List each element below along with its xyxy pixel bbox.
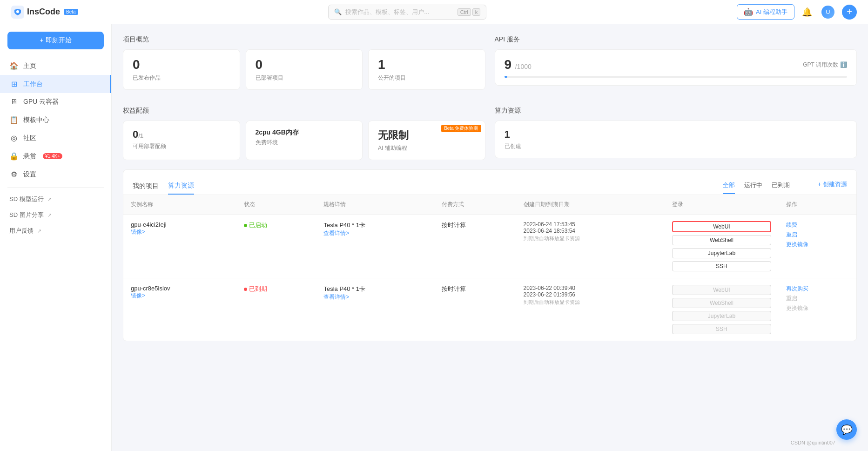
renew-link-row1[interactable]: 续费 [786, 221, 849, 229]
row1-image-link[interactable]: 镜像> [131, 229, 145, 235]
api-progress-bar [505, 76, 508, 78]
compute-title: 算力资源 [495, 107, 857, 115]
external-link-icon: ↗ [47, 196, 52, 202]
row1-payment-cell: 按时计算 [434, 215, 516, 278]
feedback-label: 用户反馈 [9, 227, 34, 235]
workspace-icon: ⊞ [9, 80, 19, 88]
row2-spec-cell: Tesla P40 * 1卡 查看详情> [316, 278, 434, 341]
chat-bubble-button[interactable]: 💬 [836, 419, 857, 440]
row2-spec-text: Tesla P40 * 1卡 [323, 285, 427, 293]
community-icon: ◎ [9, 134, 19, 142]
row1-spec-link[interactable]: 查看详情> [323, 230, 349, 236]
top-section: 项目概览 0 已发布作品 0 已部署项目 1 公开的项目 [123, 35, 857, 99]
search-icon: 🔍 [334, 8, 342, 15]
benefit-label-deploy: 可用部署配额 [133, 142, 230, 150]
deployed-label: 已部署项目 [256, 74, 353, 82]
tab-compute-resources[interactable]: 算力资源 [168, 178, 194, 195]
sidebar-item-home[interactable]: 🏠 主页 [0, 57, 111, 75]
row1-status-cell: 已启动 [236, 215, 316, 278]
logo: InsCode Beta [11, 6, 78, 19]
sidebar-link-sd-image[interactable]: SD 图片分享 ↗ [0, 207, 111, 223]
gpu-icon: 🖥 [9, 98, 19, 106]
deployed-count: 0 [256, 57, 353, 72]
sidebar: + 即刻开始 🏠 主页 ⊞ 工作台 🖥 GPU 云容器 📋 模板中心 ◎ 社区 … [0, 24, 112, 451]
row2-spec-link[interactable]: 查看详情> [323, 294, 349, 300]
tab-running[interactable]: 运行中 [744, 177, 762, 194]
benefit-card-env: 2cpu 4GB内存 免费环境 [246, 121, 363, 160]
webshell-button-row1[interactable]: WebShell [672, 235, 771, 245]
public-count: 1 [378, 57, 476, 72]
sidebar-item-templates[interactable]: 📋 模板中心 [0, 111, 111, 129]
sidebar-item-settings[interactable]: ⚙ 设置 [0, 165, 111, 183]
overview-grid: 0 已发布作品 0 已部署项目 1 公开的项目 [123, 49, 485, 90]
col-spec: 规格详情 [316, 195, 434, 215]
sidebar-item-label-settings: 设置 [23, 170, 36, 179]
table-row: gpu-cr8e5islov 镜像> 已到期 Tesla P40 * 1卡 查看… [123, 278, 856, 341]
col-dates: 创建日期/到期日期 [516, 195, 665, 215]
restart-link-row1[interactable]: 重启 [786, 231, 849, 239]
col-payment: 付费方式 [434, 195, 516, 215]
api-total: /1000 [515, 63, 532, 70]
row2-login-buttons: WebUI WebShell JupyterLab SSH [672, 285, 771, 334]
jupyterlab-button-row2: JupyterLab [672, 311, 771, 321]
benefits-grid: 0/1 可用部署配额 2cpu 4GB内存 免费环境 Beta 免费体验期 无限… [123, 121, 485, 160]
sidebar-link-feedback[interactable]: 用户反馈 ↗ [0, 223, 111, 239]
compute-section: 算力资源 1 已创建 [495, 107, 857, 160]
row1-dates-cell: 2023-06-24 17:53:45 2023-06-24 18:53:54 … [516, 215, 665, 278]
row1-spec-cell: Tesla P40 * 1卡 查看详情> [316, 215, 434, 278]
main-content: 项目概览 0 已发布作品 0 已部署项目 1 公开的项目 [112, 24, 868, 451]
row2-payment: 按时计算 [442, 285, 466, 292]
jupyterlab-button-row1[interactable]: JupyterLab [672, 248, 771, 258]
benefit-number-deploy: 0/1 [133, 128, 230, 141]
tab-expired[interactable]: 已到期 [772, 177, 790, 194]
external-link-icon-3: ↗ [37, 228, 41, 234]
tab-all[interactable]: 全部 [723, 177, 735, 194]
mid-section: 权益配额 0/1 可用部署配额 2cpu 4GB内存 免费环境 Beta 免费体… [123, 107, 857, 160]
create-button[interactable]: + 即刻开始 [7, 32, 104, 49]
row1-login-cell: WebUI WebShell JupyterLab SSH [665, 215, 779, 278]
overview-card-published: 0 已发布作品 [123, 49, 240, 90]
sd-model-label: SD 模型运行 [9, 195, 44, 203]
webshell-button-row2: WebShell [672, 298, 771, 308]
row1-payment: 按时计算 [442, 222, 466, 229]
notification-button[interactable]: 🔔 [800, 5, 814, 19]
sidebar-item-workspace[interactable]: ⊞ 工作台 [0, 75, 111, 93]
sidebar-item-community[interactable]: ◎ 社区 [0, 129, 111, 147]
add-button[interactable]: + [842, 5, 857, 20]
ctrl-key: Ctrl [458, 8, 471, 16]
row1-login-buttons: WebUI WebShell JupyterLab SSH [672, 221, 771, 271]
ai-btn-label: AI 编程助手 [756, 8, 787, 16]
sidebar-item-rewards[interactable]: 🔒 悬赏 ¥1.4K+ [0, 147, 111, 165]
published-count: 0 [133, 57, 230, 72]
my-projects-title: 我的项目 [133, 182, 159, 190]
table-row: gpu-e4ici2Ieji 镜像> 已启动 Tesla P40 * 1卡 查看… [123, 215, 856, 278]
row1-name-cell: gpu-e4ici2Ieji 镜像> [123, 215, 236, 278]
api-section: API 服务 9 /1000 GPT 调用次数 ℹ️ [495, 35, 857, 99]
row2-login-cell: WebUI WebShell JupyterLab SSH [665, 278, 779, 341]
rebuy-link-row2[interactable]: 再次购买 [786, 285, 849, 293]
status-dot-expired [244, 288, 247, 291]
avatar-button[interactable]: U [820, 4, 836, 20]
webui-button-row1[interactable]: WebUI [672, 221, 771, 232]
change-image-link-row1[interactable]: 更换镜像 [786, 241, 849, 249]
layout: + 即刻开始 🏠 主页 ⊞ 工作台 🖥 GPU 云容器 📋 模板中心 ◎ 社区 … [0, 0, 868, 451]
ai-assistant-button[interactable]: 🤖 AI 编程助手 [737, 4, 794, 20]
benefits-title: 权益配额 [123, 107, 485, 115]
col-name: 实例名称 [123, 195, 236, 215]
search-bar[interactable]: 🔍 搜索作品、模板、标签、用户... Ctrl k [328, 5, 486, 20]
col-actions: 操作 [779, 195, 856, 215]
api-count: 9 [505, 57, 512, 72]
logo-text: InsCode [27, 7, 60, 17]
sidebar-item-gpu[interactable]: 🖥 GPU 云容器 [0, 93, 111, 111]
ssh-button-row1[interactable]: SSH [672, 261, 771, 271]
sidebar-link-sd-model[interactable]: SD 模型运行 ↗ [0, 191, 111, 207]
search-shortcut: Ctrl k [458, 8, 481, 16]
info-icon: ℹ️ [840, 61, 847, 68]
row2-image-link[interactable]: 镜像> [131, 292, 145, 299]
create-resource-link[interactable]: + 创建资源 [818, 180, 847, 192]
row2-date-start: 2023-06-22 00:39:40 [524, 285, 657, 291]
row2-status-cell: 已到期 [236, 278, 316, 341]
restart-link-row2: 重启 [786, 295, 849, 303]
benefits-section: 权益配额 0/1 可用部署配额 2cpu 4GB内存 免费环境 Beta 免费体… [123, 107, 485, 160]
chat-icon: 💬 [841, 424, 853, 435]
